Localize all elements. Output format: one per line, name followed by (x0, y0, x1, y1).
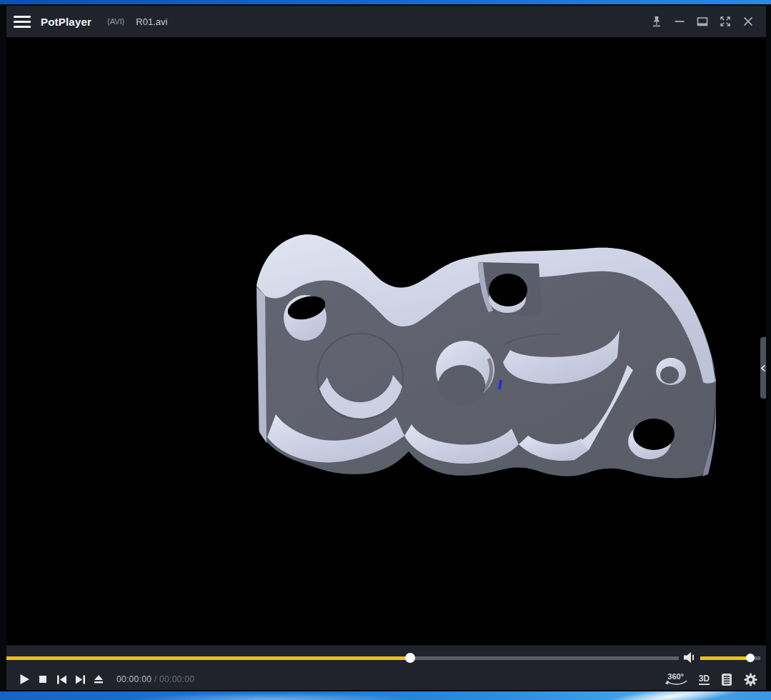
seek-bar[interactable] (6, 656, 679, 660)
stop-icon (39, 675, 47, 684)
volume-bar-fill (700, 656, 750, 660)
wallpaper-swoosh-2 (129, 693, 414, 700)
time-separator: / (154, 674, 159, 684)
volume-bar[interactable] (700, 656, 760, 660)
rotation-360-button[interactable]: 360° (665, 673, 687, 686)
volume-thumb[interactable] (746, 654, 755, 662)
volume-button[interactable] (683, 651, 697, 666)
skip-previous-icon (56, 675, 67, 684)
speaker-icon (683, 651, 697, 664)
playlist-button[interactable] (721, 673, 732, 686)
play-button[interactable] (16, 673, 32, 686)
total-time: 00:00:00 (159, 674, 194, 684)
right-controls: 360° 3D (653, 673, 757, 686)
minimize-icon (673, 15, 686, 28)
stop-button[interactable] (35, 673, 51, 686)
file-name: R01.avi (136, 16, 167, 27)
time-display: 00:00:00 / 00:00:00 (116, 674, 194, 684)
transport-row: 00:00:00 / 00:00:00 360° (6, 670, 766, 690)
threed-mode-button[interactable]: 3D (699, 674, 710, 685)
pin-icon (650, 15, 663, 28)
maximize-button[interactable] (693, 12, 712, 31)
settings-button[interactable] (744, 673, 757, 686)
wallpaper-swoosh (592, 691, 750, 700)
open-button[interactable] (91, 673, 106, 686)
seek-row (6, 646, 766, 670)
seek-bar-fill (6, 656, 410, 660)
play-icon (19, 674, 30, 685)
previous-button[interactable] (54, 673, 69, 686)
control-bar: 00:00:00 / 00:00:00 360° (6, 645, 766, 690)
playlist-edge-grip[interactable] (760, 337, 766, 399)
video-frame-3d-model (253, 230, 716, 484)
playlist-icon (721, 673, 732, 686)
threed-label: 3D (699, 674, 710, 685)
menu-hamburger-icon[interactable] (14, 16, 31, 28)
potplayer-window: PotPlayer {AVI} R01.avi (0, 4, 771, 691)
next-button[interactable] (72, 673, 88, 686)
rotation-360-label: 360° (667, 673, 684, 680)
maximize-icon (696, 15, 709, 28)
skip-next-icon (75, 675, 86, 684)
eject-icon (94, 674, 104, 684)
app-title: PotPlayer (41, 16, 91, 28)
minimize-button[interactable] (670, 12, 689, 31)
rotation-arrow-icon (665, 680, 687, 686)
pin-button[interactable] (647, 12, 666, 31)
volume-area (679, 646, 766, 670)
desktop: PotPlayer {AVI} R01.avi (0, 0, 771, 700)
gear-icon (744, 673, 757, 686)
fullscreen-icon (719, 15, 732, 28)
seek-thumb[interactable] (405, 653, 415, 663)
close-icon (742, 15, 755, 28)
format-badge: {AVI} (107, 17, 124, 26)
video-area[interactable] (6, 37, 766, 645)
window-inner: PotPlayer {AVI} R01.avi (6, 6, 766, 690)
desktop-wallpaper-bottom (0, 691, 771, 700)
current-time: 00:00:00 (116, 674, 151, 684)
title-bar: PotPlayer {AVI} R01.avi (6, 6, 766, 37)
close-button[interactable] (739, 12, 757, 31)
fullscreen-button[interactable] (716, 12, 735, 31)
chevron-left-icon (761, 365, 765, 371)
